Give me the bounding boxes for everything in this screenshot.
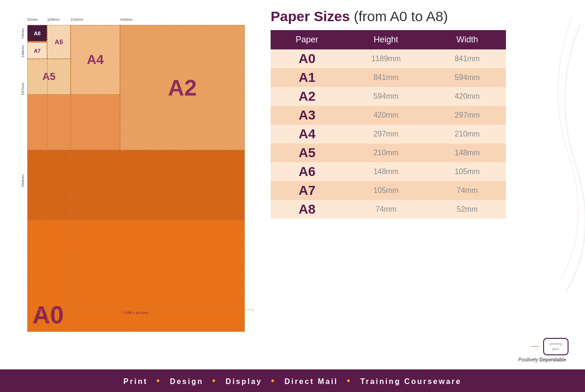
cell-height: 297mm — [344, 125, 429, 144]
logo-line2: plus — [550, 347, 562, 352]
diagram-area: 52mm 105mm 210mm 420mm 74mm 148mm 297mm … — [5, 5, 259, 367]
table-header-row: Paper Height Width — [271, 30, 506, 49]
paper-a5-label: A5 — [42, 71, 56, 83]
paper-a6-block: A6 — [47, 25, 71, 59]
page-title: Paper Sizes (from A0 to A8) — [271, 8, 578, 24]
paper-a4-block: A4 — [71, 25, 120, 95]
cell-width: 594mm — [429, 68, 506, 87]
title-light: (from A0 to A8) — [350, 8, 448, 24]
paper-a7-block: A7 — [27, 42, 47, 59]
dim-210mm: 210mm — [71, 17, 83, 22]
table-row: A874mm52mm — [271, 200, 506, 219]
vdim-74mm: 74mm — [21, 28, 25, 39]
footer-dot: • — [152, 376, 165, 386]
footer-item: Display — [225, 377, 262, 385]
paper-a2-label: A2 — [168, 75, 197, 101]
dim-52mm: 52mm — [27, 17, 38, 22]
decorative-swirl — [547, 0, 585, 306]
logo-box: printing plus — [543, 338, 569, 355]
vdim-594mm: 594mm — [21, 175, 25, 187]
paper-a2-block: A2 — [120, 25, 245, 150]
col-header-paper: Paper — [271, 30, 344, 49]
footer-dot: • — [343, 376, 355, 386]
table-row: A7105mm74mm — [271, 181, 506, 200]
cell-paper: A3 — [271, 106, 344, 125]
footer-item: Design — [170, 377, 203, 385]
cell-width: 105mm — [429, 162, 506, 181]
cell-width: 420mm — [429, 87, 506, 106]
cell-paper: A5 — [271, 144, 344, 162]
table-row: A5210mm148mm — [271, 144, 506, 162]
dim-105mm: 105mm — [47, 17, 60, 22]
cell-width: 841mm — [429, 49, 506, 68]
paper-a6-label: A6 — [55, 38, 63, 46]
cell-width: 148mm — [429, 144, 506, 162]
a0-dim: 1189 x 841mm — [124, 311, 149, 315]
paper-a7-label: A7 — [34, 48, 40, 54]
table-row: A3420mm297mm — [271, 106, 506, 125]
table-row: A2594mm420mm — [271, 87, 506, 106]
cell-height: 594mm — [344, 87, 429, 106]
paper-a8-label: A8 — [34, 31, 40, 36]
table-area: Paper Sizes (from A0 to A8) Paper Height… — [264, 5, 580, 367]
cell-height: 148mm — [344, 162, 429, 181]
cell-height: 841mm — [344, 68, 429, 87]
paper-a5-block: A5 — [27, 59, 71, 95]
cell-height: 420mm — [344, 106, 429, 125]
dashed-vert-2 — [47, 25, 48, 332]
cell-paper: A4 — [271, 125, 344, 144]
col-header-height: Height — [344, 30, 429, 49]
main-content: 52mm 105mm 210mm 420mm 74mm 148mm 297mm … — [0, 0, 585, 369]
logo-line1: printing — [550, 342, 562, 346]
cell-width: 52mm — [429, 200, 506, 219]
cell-width: 74mm — [429, 181, 506, 200]
footer-item: Print — [123, 377, 147, 385]
footer: Print • Design • Display • Direct Mail •… — [0, 369, 585, 392]
a0-dashed-line — [36, 310, 254, 310]
cell-paper: A2 — [271, 87, 344, 106]
paper-a8-block: A8 — [27, 25, 47, 41]
vdim-297mm: 297mm — [21, 83, 25, 96]
left-dim-wrapper: 74mm 148mm 297mm 594mm — [19, 25, 27, 332]
dim-420mm: 420mm — [120, 17, 133, 22]
footer-item: Direct Mail — [284, 377, 338, 385]
cell-paper: A7 — [271, 181, 344, 200]
vdim-148mm: 148mm — [21, 45, 25, 58]
cell-paper: A0 — [271, 49, 344, 68]
cell-paper: A8 — [271, 200, 344, 219]
table-row: A4297mm210mm — [271, 125, 506, 144]
cell-height: 74mm — [344, 200, 429, 219]
cell-height: 210mm — [344, 144, 429, 162]
table-row: A1841mm594mm — [271, 68, 506, 87]
col-header-width: Width — [429, 30, 506, 49]
paper-a0-label: A0 — [28, 298, 68, 331]
footer-item: Training Courseware — [360, 377, 461, 385]
logo-area: printing plus Positively Dependable — [271, 219, 578, 365]
table-row: A6148mm105mm — [271, 162, 506, 181]
logo-tagline: Positively Dependable — [518, 357, 569, 362]
cell-paper: A6 — [271, 162, 344, 181]
paper-a4-label: A4 — [87, 52, 104, 67]
dashed-vert-1 — [71, 25, 71, 332]
cell-width: 297mm — [429, 106, 506, 125]
cell-height: 1189mm — [344, 49, 429, 68]
footer-text: Print • Design • Display • Direct Mail •… — [123, 376, 461, 386]
diagram-container: 52mm 105mm 210mm 420mm 74mm 148mm 297mm … — [19, 16, 249, 336]
footer-dot: • — [208, 376, 221, 386]
cell-height: 105mm — [344, 181, 429, 200]
table-row: A01189mm841mm — [271, 49, 506, 68]
cell-paper: A1 — [271, 68, 344, 87]
paper-sizes-table: Paper Height Width A01189mm841mmA1841mm5… — [271, 30, 506, 219]
cell-width: 210mm — [429, 125, 506, 144]
title-bold: Paper Sizes — [271, 8, 350, 24]
footer-dot: • — [267, 376, 280, 386]
top-dim-wrapper: 52mm 105mm 210mm 420mm — [27, 16, 245, 25]
